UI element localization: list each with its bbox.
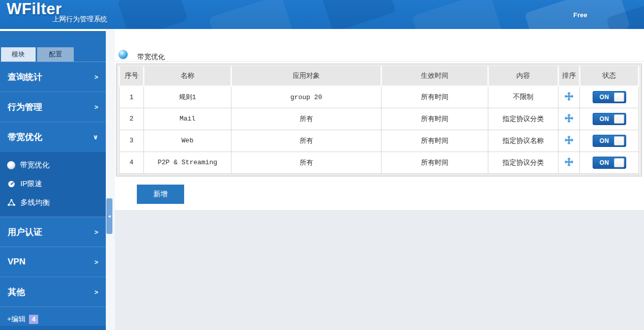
sidebar-gap: ◄	[106, 29, 115, 330]
cell-content: 指定协议分类	[488, 108, 559, 130]
bandwidth-submenu: 带宽优化 IP限速	[0, 152, 106, 217]
cell-name: Web	[144, 130, 231, 152]
table-row: 3 Web 所有 所有时间 指定协议名称 ON	[120, 130, 639, 152]
cell-status: ON	[580, 130, 639, 152]
page-title-row: 带宽优化	[115, 29, 644, 62]
cell-sort	[559, 108, 580, 130]
chevron-down-icon: ∨	[93, 133, 98, 141]
cell-time: 所有时间	[382, 152, 488, 173]
sidebar: 模块 配置 查询统计 > 行为管理 > 带宽优化 ∨ 带宽优化	[0, 29, 106, 330]
sphere-icon	[7, 161, 15, 169]
submenu-item-bandwidth-opt[interactable]: 带宽优化	[0, 156, 106, 174]
status-toggle[interactable]: ON	[593, 113, 626, 125]
submenu-item-multiline-balance[interactable]: 多线均衡	[0, 193, 106, 212]
cell-name: 规则1	[144, 86, 231, 108]
page-title: 带宽优化	[137, 52, 165, 62]
table-header-content: 内容	[488, 66, 559, 86]
cell-index: 4	[120, 152, 144, 173]
app-subtitle: 上网行为管理系统	[52, 15, 107, 24]
toggle-on-label: ON	[600, 137, 609, 144]
status-toggle[interactable]: ON	[593, 157, 626, 169]
cell-time: 所有时间	[382, 108, 488, 130]
table-header-name: 名称	[144, 66, 231, 86]
cell-name: P2P & Streaming	[144, 152, 231, 173]
status-toggle[interactable]: ON	[593, 91, 626, 103]
chevron-right-icon: >	[94, 228, 98, 236]
title-sphere-icon	[119, 50, 128, 59]
sidebar-item-behavior-mgmt[interactable]: 行为管理 >	[0, 92, 106, 122]
cell-target: 所有	[231, 152, 382, 173]
cell-target: 所有	[231, 108, 382, 130]
table-row: 2 Mail 所有 所有时间 指定协议分类 ON	[120, 108, 639, 130]
move-icon[interactable]	[565, 92, 573, 101]
sidebar-tab-strip: 模块 配置	[0, 47, 106, 62]
tab-modules[interactable]: 模块	[1, 47, 36, 62]
move-icon[interactable]	[565, 114, 573, 123]
table-header-index: 序号	[120, 66, 144, 86]
status-toggle[interactable]: ON	[593, 135, 626, 147]
cell-time: 所有时间	[382, 86, 488, 108]
cell-content: 指定协议分类	[488, 152, 559, 173]
toggle-on-label: ON	[600, 94, 609, 101]
rules-table: 序号 名称 应用对象 生效时间 内容 排序 状态 1 规则1 group 20 …	[119, 66, 639, 174]
cell-sort	[559, 152, 580, 173]
cell-index: 3	[120, 130, 144, 152]
sidebar-item-bandwidth-opt[interactable]: 带宽优化 ∨	[0, 122, 106, 152]
sidebar-collapse-handle[interactable]: ◄	[106, 198, 112, 234]
edit-menu-button[interactable]: +编辑 4	[0, 307, 106, 324]
cell-name: Mail	[144, 108, 231, 130]
toggle-on-label: ON	[600, 115, 609, 123]
collapse-arrow-icon: ◄	[107, 214, 111, 219]
rules-table-frame: 序号 名称 应用对象 生效时间 内容 排序 状态 1 规则1 group 20 …	[116, 64, 642, 176]
table-header-target: 应用对象	[231, 66, 382, 86]
toggle-on-label: ON	[600, 159, 609, 166]
table-row: 4 P2P & Streaming 所有 所有时间 指定协议分类 ON	[120, 152, 639, 173]
table-header-sort: 排序	[559, 66, 580, 86]
sidebar-bottom-strip	[0, 326, 106, 330]
toggle-knob	[614, 93, 624, 102]
cell-status: ON	[580, 152, 639, 173]
cell-target: 所有	[231, 130, 382, 152]
table-header-time: 生效时间	[382, 66, 488, 86]
sidebar-item-query-stats[interactable]: 查询统计 >	[0, 62, 106, 92]
chevron-right-icon: >	[94, 288, 98, 296]
toggle-knob	[614, 136, 624, 145]
move-icon[interactable]	[565, 158, 573, 166]
toggle-knob	[614, 114, 624, 124]
app-header: WFilter 上网行为管理系统 Free	[0, 0, 644, 29]
table-header-status: 状态	[580, 66, 639, 86]
cell-content: 不限制	[488, 86, 559, 108]
content-area: 带宽优化 序号 名称 应用对象 生效时间 内容	[115, 29, 644, 330]
toggle-knob	[614, 158, 624, 167]
add-rule-button[interactable]: 新增	[137, 185, 184, 204]
cell-index: 1	[120, 86, 144, 108]
chevron-right-icon: >	[94, 103, 98, 111]
sidebar-item-vpn[interactable]: VPN >	[0, 247, 106, 277]
bandwidth-panel: 带宽优化 序号 名称 应用对象 生效时间 内容	[115, 29, 644, 210]
table-row: 1 规则1 group 20 所有时间 不限制 ON	[120, 86, 639, 108]
chevron-right-icon: >	[94, 73, 98, 81]
triangle-network-icon	[7, 198, 16, 207]
license-badge: Free	[573, 11, 587, 19]
rules-table-body: 1 规则1 group 20 所有时间 不限制 ON 2 Mail 所有 所有时…	[120, 86, 639, 173]
cell-index: 2	[120, 108, 144, 130]
cell-status: ON	[580, 86, 639, 108]
cell-target: group 20	[231, 86, 382, 108]
cell-sort	[559, 130, 580, 152]
tab-config[interactable]: 配置	[37, 47, 74, 62]
cell-sort	[559, 86, 580, 108]
cell-content: 指定协议名称	[488, 130, 559, 152]
sidebar-item-user-auth[interactable]: 用户认证 >	[0, 217, 106, 247]
cell-time: 所有时间	[382, 130, 488, 152]
submenu-item-ip-limit[interactable]: IP限速	[0, 174, 106, 193]
gauge-icon	[7, 179, 16, 188]
sidebar-item-others[interactable]: 其他 >	[0, 277, 106, 307]
cell-status: ON	[580, 108, 639, 130]
move-icon[interactable]	[565, 136, 573, 144]
chevron-right-icon: >	[94, 258, 98, 266]
edit-count-badge: 4	[29, 315, 38, 324]
